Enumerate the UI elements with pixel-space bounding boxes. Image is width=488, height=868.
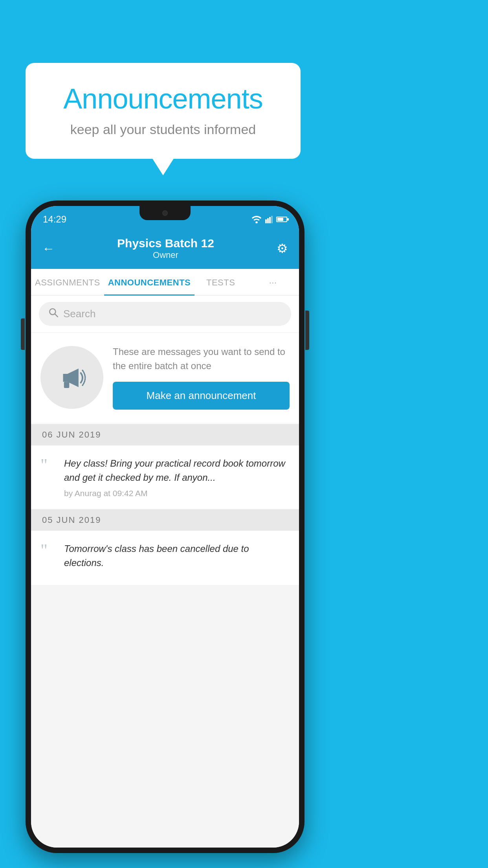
announcement-text-2: Tomorrow's class has been cancelled due … [64,542,290,570]
app-header: ← Physics Batch 12 Owner ⚙ [31,230,299,269]
date-text-june5: 05 JUN 2019 [42,515,101,525]
announcement-item-1[interactable]: " Hey class! Bring your practical record… [31,445,299,509]
speech-bubble-subtitle: keep all your students informed [49,122,277,137]
front-camera [162,210,168,216]
tabs-row: ASSIGNMENTS ANNOUNCEMENTS TESTS ··· [31,269,299,296]
tab-announcements[interactable]: ANNOUNCEMENTS [104,269,195,295]
search-bar[interactable]: Search [39,302,291,326]
promo-description: These are messages you want to send to t… [113,345,290,373]
svg-line-6 [55,314,58,317]
announcement-content-2: Tomorrow's class has been cancelled due … [64,542,290,574]
status-icons [251,215,287,223]
phone-screen: 14:29 [31,206,299,848]
phone-outer-shell: 14:29 [26,200,305,853]
date-text-june6: 06 JUN 2019 [42,430,101,440]
speech-bubble-section: Announcements keep all your students inf… [26,63,301,159]
announcement-item-2[interactable]: " Tomorrow's class has been cancelled du… [31,531,299,585]
settings-icon[interactable]: ⚙ [277,241,288,256]
date-divider-june6: 06 JUN 2019 [31,424,299,445]
battery-icon [276,217,287,222]
svg-rect-4 [271,216,273,223]
svg-rect-3 [269,217,271,223]
megaphone-icon [54,360,90,395]
batch-title: Physics Batch 12 [117,237,214,250]
announcement-promo-section: These are messages you want to send to t… [31,333,299,423]
promo-right-content: These are messages you want to send to t… [113,345,290,410]
announcement-content-1: Hey class! Bring your practical record b… [64,456,290,498]
svg-point-0 [255,221,258,223]
phone-device: 14:29 [26,200,305,853]
tab-tests[interactable]: TESTS [194,269,247,295]
tab-assignments[interactable]: ASSIGNMENTS [31,269,104,295]
date-divider-june5: 05 JUN 2019 [31,509,299,531]
content-area: Search [31,296,299,848]
phone-notch [139,206,191,220]
announcement-meta-1: by Anurag at 09:42 AM [64,489,290,498]
status-time: 14:29 [43,214,66,225]
wifi-icon [251,215,262,223]
speech-bubble-title: Announcements [49,83,277,115]
header-title-group: Physics Batch 12 Owner [117,237,214,260]
search-bar-wrapper: Search [31,296,299,332]
signal-icon [265,215,273,223]
svg-rect-7 [64,382,70,388]
make-announcement-button[interactable]: Make an announcement [113,382,290,410]
back-button[interactable]: ← [42,241,55,256]
tab-more[interactable]: ··· [247,269,299,295]
svg-rect-1 [265,219,267,223]
batch-role: Owner [117,250,214,260]
search-icon [48,307,59,320]
announcement-text-1: Hey class! Bring your practical record b… [64,456,290,485]
quote-icon-1: " [40,456,56,498]
megaphone-icon-circle [40,346,103,409]
search-placeholder-text: Search [63,308,95,320]
svg-rect-2 [267,218,269,223]
speech-bubble: Announcements keep all your students inf… [26,63,301,159]
app-screen: 14:29 [31,206,299,848]
quote-icon-2: " [40,542,56,574]
